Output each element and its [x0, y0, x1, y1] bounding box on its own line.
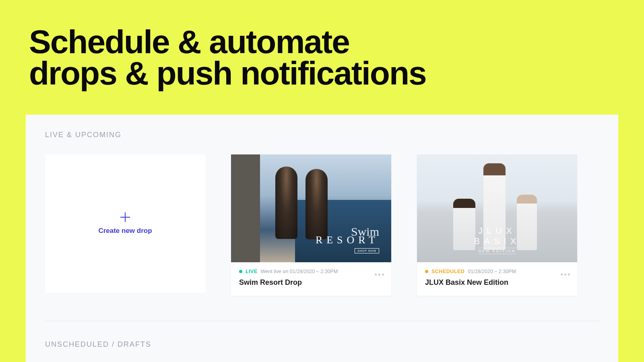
drop-info: SCHEDULED 01/28/2020 – 2:30PM JLUX Basix… [417, 262, 577, 296]
overlay-sub: NEW EDITION [479, 248, 516, 254]
drop-thumbnail: JLUX BASIX NEW EDITION [417, 154, 577, 262]
status-date: 01/28/2020 – 2:30PM [468, 269, 516, 274]
overlay-main: JLUX BASIX [457, 226, 537, 247]
thumbnail-figure [305, 169, 328, 239]
dot-icon [564, 274, 566, 276]
section-live-upcoming-label: LIVE & UPCOMING [45, 131, 599, 139]
drop-info: LIVE Went live on 01/28/2020 – 2:30PM Sw… [231, 262, 391, 296]
overlay-cta: SHOP NOW [355, 248, 379, 253]
more-options-button[interactable] [561, 274, 570, 276]
dot-icon [561, 274, 563, 276]
thumbnail-overlay-text: JLUX BASIX NEW EDITION [457, 226, 537, 254]
status-dot-icon [425, 270, 428, 273]
status-label: LIVE [246, 269, 258, 274]
thumbnail-figure [275, 167, 297, 239]
cards-row: Create new drop Swim RESORT SHOP NOW LIV… [45, 154, 599, 296]
create-new-drop-card[interactable]: Create new drop [45, 154, 205, 293]
section-divider [45, 321, 599, 321]
headline-line-2: drops & push notifications [29, 58, 644, 89]
drop-thumbnail: Swim RESORT SHOP NOW [231, 154, 391, 262]
dot-icon [382, 274, 384, 276]
overlay-script: Swim [316, 229, 379, 234]
status-label: SCHEDULED [431, 269, 464, 274]
headline-line-1: Schedule & automate [29, 26, 644, 58]
status-date: Went live on 01/28/2020 – 2:30PM [261, 269, 338, 274]
drop-card-swim-resort[interactable]: Swim RESORT SHOP NOW LIVE Went live on 0… [231, 154, 391, 296]
section-drafts-label: UNSCHEDULED / DRAFTS [45, 340, 599, 349]
page-headline: Schedule & automate drops & push notific… [0, 0, 644, 89]
dot-icon [375, 274, 377, 276]
drop-title: JLUX Basix New Edition [425, 278, 569, 287]
status-row: SCHEDULED 01/28/2020 – 2:30PM [425, 269, 569, 274]
plus-icon [120, 212, 130, 222]
dot-icon [378, 274, 380, 276]
drop-card-jlux-basix[interactable]: JLUX BASIX NEW EDITION SCHEDULED 01/28/2… [417, 154, 577, 296]
drop-title: Swim Resort Drop [239, 278, 383, 287]
thumbnail-overlay-text: Swim RESORT SHOP NOW [316, 229, 379, 253]
more-options-button[interactable] [375, 274, 384, 276]
drops-panel: LIVE & UPCOMING Create new drop Swim RES… [26, 115, 618, 362]
status-dot-icon [239, 270, 242, 273]
status-row: LIVE Went live on 01/28/2020 – 2:30PM [239, 269, 383, 274]
dot-icon [568, 274, 570, 276]
create-new-drop-label: Create new drop [98, 227, 152, 235]
